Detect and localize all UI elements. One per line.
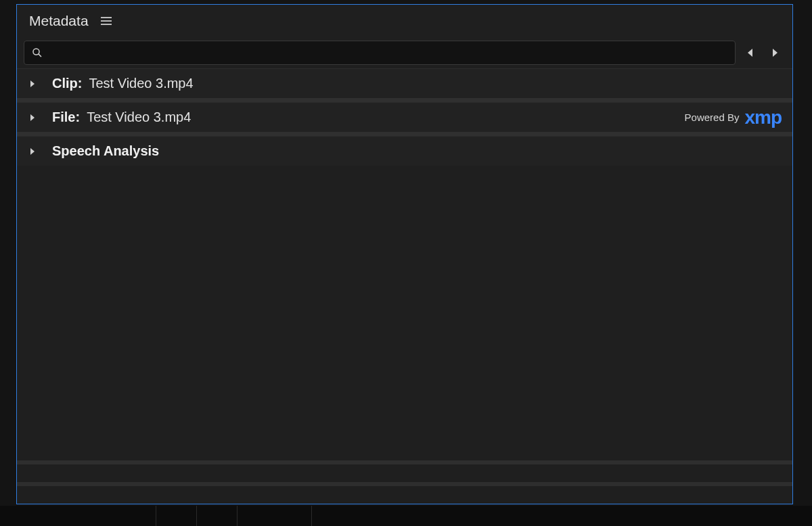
section-clip[interactable]: Clip: Test Video 3.mp4 (17, 68, 792, 98)
app-frame: Metadata (0, 0, 812, 526)
section-file[interactable]: File: Test Video 3.mp4 Powered By xmp (17, 102, 792, 132)
powered-by-text: Powered By (685, 112, 740, 123)
svg-marker-6 (30, 148, 35, 155)
bottom-spacer (17, 486, 792, 504)
section-speech-analysis[interactable]: Speech Analysis (17, 136, 792, 166)
svg-marker-5 (30, 114, 35, 121)
search-icon (31, 47, 43, 59)
section-value: Test Video 3.mp4 (89, 76, 193, 91)
section-label: Clip: (52, 76, 82, 91)
prev-result-button[interactable] (746, 48, 754, 57)
svg-marker-2 (748, 49, 752, 57)
svg-marker-4 (30, 80, 35, 87)
bottom-spacer (17, 464, 792, 482)
search-nav-arrows (746, 48, 783, 57)
svg-marker-3 (773, 49, 777, 57)
search-row (17, 37, 792, 68)
metadata-panel: Metadata (16, 4, 793, 504)
panel-title: Metadata (29, 13, 89, 29)
powered-by-badge: Powered By xmp (685, 108, 782, 127)
chevron-right-icon (25, 80, 40, 88)
svg-line-1 (39, 54, 41, 57)
section-value: Test Video 3.mp4 (87, 110, 191, 125)
search-field[interactable] (24, 41, 736, 65)
section-label: Speech Analysis (52, 143, 159, 159)
chevron-right-icon (25, 147, 40, 156)
bottom-tab-strip (0, 506, 812, 526)
panel-header: Metadata (17, 5, 792, 37)
section-label: File: (52, 110, 80, 125)
search-input[interactable] (49, 46, 735, 59)
next-result-button[interactable] (771, 48, 779, 57)
panel-body (17, 166, 792, 460)
chevron-right-icon (25, 114, 40, 122)
panel-menu-icon[interactable] (101, 15, 113, 27)
svg-point-0 (33, 49, 39, 55)
xmp-logo: xmp (744, 108, 782, 127)
